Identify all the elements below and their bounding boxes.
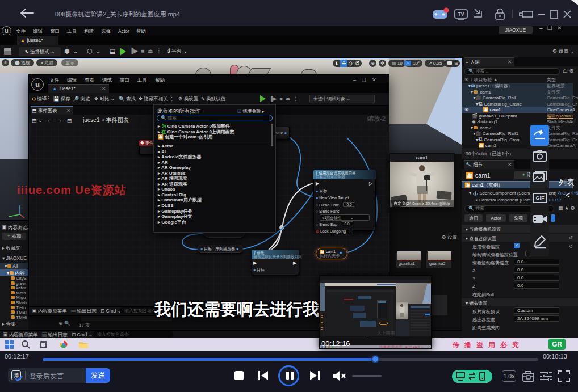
svg-text:TV: TV xyxy=(458,11,464,17)
